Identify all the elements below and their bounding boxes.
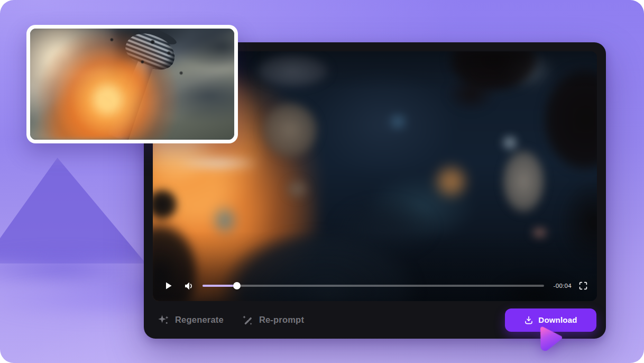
- fullscreen-icon: [579, 282, 587, 290]
- magic-pen-icon: [242, 314, 253, 326]
- thumbnail-debris: [30, 29, 234, 140]
- reprompt-button[interactable]: Re-prompt: [242, 314, 304, 326]
- fullscreen-button[interactable]: [579, 282, 587, 290]
- reprompt-label: Re-prompt: [259, 315, 304, 325]
- source-image-thumbnail[interactable]: [26, 25, 238, 143]
- thumbnail-image: [30, 29, 234, 140]
- regenerate-button[interactable]: Regenerate: [158, 314, 224, 326]
- page-background: -00:04 Regenerate: [0, 0, 644, 363]
- play-button[interactable]: [164, 282, 172, 290]
- download-button[interactable]: Download: [505, 308, 596, 332]
- regenerate-label: Regenerate: [175, 315, 224, 325]
- download-icon: [524, 315, 533, 325]
- progress-thumb[interactable]: [233, 282, 241, 289]
- screenshot-stage: -00:04 Regenerate: [0, 0, 644, 363]
- download-label: Download: [538, 315, 577, 324]
- time-remaining: -00:04: [554, 283, 572, 289]
- volume-button[interactable]: [184, 282, 194, 291]
- card-toolbar: Regenerate Re-prompt: [144, 301, 606, 339]
- sparkle-icon: [158, 314, 169, 326]
- play-icon: [164, 282, 172, 290]
- progress-bar[interactable]: [203, 282, 544, 289]
- progress-fill: [203, 285, 237, 287]
- volume-icon: [184, 282, 194, 291]
- player-controls: -00:04: [153, 274, 597, 301]
- progress-track[interactable]: [203, 285, 544, 287]
